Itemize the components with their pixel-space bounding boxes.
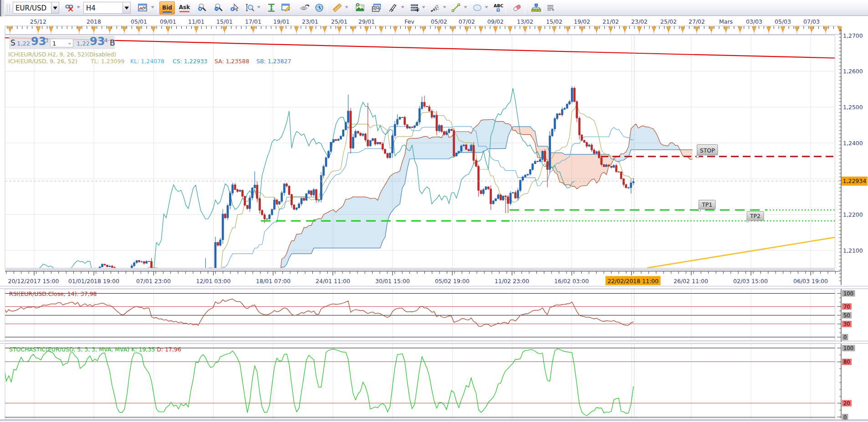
box-zoom-dropdown-icon[interactable] [257,6,261,9]
chart-type-icon [138,3,147,12]
candle-down [468,150,470,151]
candle-down [357,131,359,133]
ruler-tool-button[interactable] [330,1,343,14]
candle-up [448,129,450,132]
candle-up [369,141,371,146]
fibonacci-tool-button[interactable]: F [408,1,421,14]
box-zoom-button[interactable] [243,1,256,14]
buy-price-pips[interactable]: 93 [90,35,105,48]
toolbar-grip2[interactable] [8,4,10,12]
bottom-date-label: 20/12/2017 15:00 [8,278,59,285]
add-image-button[interactable] [353,1,366,14]
candle-up [596,152,597,153]
chart-type-button[interactable] [136,1,149,14]
unlink-dropdown-icon[interactable] [77,6,81,9]
tp1-label[interactable]: TP1 [699,200,716,209]
bottom-date-label: 02/03 15:00 [733,278,768,285]
sell-price-main[interactable]: 1,22 [17,40,30,47]
unlink-button[interactable] [63,1,76,14]
ellipse-tool-button[interactable] [470,1,483,14]
symbol-combobox[interactable]: EUR/USD [13,2,59,14]
pitchfork-tool-button[interactable] [387,1,399,14]
candle-up [497,195,499,198]
candle-down [225,214,226,218]
tp2-label[interactable]: TP2 [747,212,764,221]
panel-rect [0,289,868,290]
candle-down [610,166,612,168]
timeframe-dropdown-button[interactable] [123,2,130,13]
fit-vertical-button[interactable] [265,1,278,14]
ruler-dropdown-icon[interactable] [345,6,349,9]
stop-label[interactable]: STOP [697,145,718,155]
top-date-label: 11/01 [188,18,204,25]
text-abc-icon: ABC [493,3,503,12]
candle-up [281,193,283,201]
zoom-in-button[interactable] [196,1,209,14]
toolbar-grip[interactable] [6,4,7,12]
fan-lines-button[interactable] [429,1,441,14]
candle-down [276,200,278,204]
pattern-windows-icon [372,3,382,12]
workspace-layout-button[interactable] [529,1,542,14]
quantity-combobox[interactable]: 1 [50,39,73,47]
ask-button[interactable]: Ask [177,1,192,15]
sell-price-pips[interactable]: 93 [31,35,46,48]
fibonacci-dropdown-icon[interactable] [422,6,426,9]
pattern-detect-button[interactable] [370,1,383,14]
top-date-label: 23/02 [631,18,648,25]
candle-up [551,129,553,136]
candle-down [620,172,622,179]
buy-price-main[interactable]: 1,22 [77,40,90,47]
panel-rect [0,419,868,421]
candle-up [529,170,531,174]
candle-down [625,184,627,188]
bottom-date-label: 24/01 11:00 [316,278,350,285]
candle-down [591,145,592,150]
candle-up [434,115,435,117]
candle-up [399,117,401,119]
candle-down [441,126,443,132]
price-chart[interactable]: STOPTP1TP225/12201805/0109/0111/0115/011… [0,16,868,422]
ellipse-dropdown-icon[interactable] [485,6,489,9]
candle-down [387,153,388,158]
panel-rect [5,269,835,272]
eraser-button[interactable] [510,1,523,14]
sell-label: S [10,38,15,47]
top-date-label: 07/02 [459,18,475,25]
symbol-dropdown-button[interactable] [51,2,59,13]
text-tool-button[interactable]: ABC [491,1,504,14]
pointer-zoom-button[interactable] [228,1,241,14]
candle-down [293,205,295,209]
candle-down [487,187,489,189]
candle-down [608,165,610,166]
bottom-date-label: 05/02 19:00 [435,278,470,285]
buy-price-fraction: 4 [104,37,108,44]
zoom-out-button[interactable] [212,1,225,14]
candle-up [532,164,534,170]
candle-down [546,162,548,169]
candle-down [143,262,145,264]
candle-up [606,165,608,167]
candle-up [455,153,457,156]
candle-down [465,145,467,149]
bid-button[interactable]: Bid [159,1,175,15]
candle-up [470,145,472,151]
segment-dropdown-icon[interactable] [464,6,468,9]
candle-up [347,111,349,122]
timeframe-combobox[interactable]: H4 [83,2,131,14]
chart-type-dropdown-icon[interactable] [151,6,155,9]
realtime-globe-button[interactable] [313,1,326,14]
hide-drawings-button[interactable] [298,1,311,14]
stoch-scale-label: 100 [843,345,853,351]
candle-down [478,166,480,190]
drawing-handle[interactable] [697,155,699,158]
segment-tool-button[interactable] [449,1,462,14]
chart-menu-button[interactable] [545,1,557,14]
candle-down [475,161,477,167]
fan-lines-icon [430,3,439,12]
fan-lines-dropdown-icon[interactable] [443,6,447,9]
candle-down [490,189,492,204]
candle-up [313,189,315,195]
pitchfork-dropdown-icon[interactable] [401,6,405,9]
edit-chart-window-button[interactable] [280,1,292,14]
